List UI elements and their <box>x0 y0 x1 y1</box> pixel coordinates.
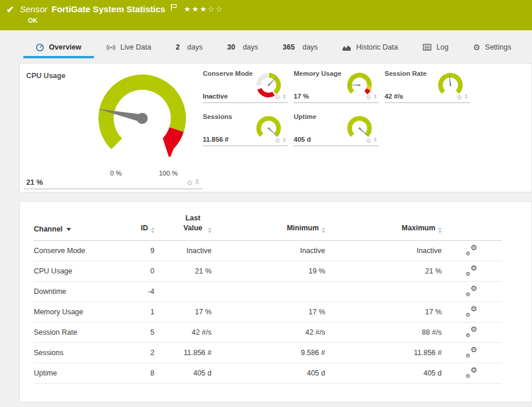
table-row[interactable]: Session Rate 5 42 #/s 42 #/s 88 #/s ⚙⚙ <box>34 322 502 342</box>
gauge-value: 405 d <box>294 136 311 143</box>
column-header-maximum[interactable]: Maximum <box>330 213 446 240</box>
pin-icon[interactable] <box>282 94 287 101</box>
column-header-channel[interactable]: Channel <box>34 213 127 240</box>
table-row[interactable]: Uptime 8 405 d 405 d 405 d ⚙⚙ <box>34 363 502 383</box>
priority-flag-icon[interactable] <box>170 3 177 11</box>
gauge-title: Sessions <box>203 113 232 120</box>
table-row[interactable]: CPU Usage 0 21 % 19 % 21 % ⚙⚙ <box>34 261 502 281</box>
gear-icon: ⚙ <box>466 332 470 338</box>
gear-icon[interactable]: ⚙ <box>456 94 462 101</box>
channel-id: 2 <box>127 342 159 363</box>
pin-icon[interactable] <box>195 179 200 187</box>
channel-name[interactable]: Memory Usage <box>34 301 127 322</box>
tab-365-days[interactable]: 365 days <box>270 36 330 58</box>
gear-icon: ⚙ <box>470 345 477 354</box>
channel-name[interactable]: Uptime <box>34 363 127 383</box>
pin-icon[interactable] <box>373 94 378 101</box>
channel-name[interactable]: Downtime <box>34 281 127 301</box>
gear-icon[interactable]: ⚙ <box>365 138 371 144</box>
column-header-minimum[interactable]: Minimum <box>216 213 330 240</box>
gear-icon[interactable]: ⚙ <box>186 180 193 187</box>
channel-id: -4 <box>127 281 159 301</box>
channel-maximum: 405 d <box>330 363 446 383</box>
gear-icon[interactable]: ⚙ <box>274 94 280 101</box>
channel-name[interactable]: Sessions <box>34 342 127 363</box>
channel-minimum: 405 d <box>216 363 330 383</box>
pin-icon[interactable] <box>373 138 378 144</box>
tab-label: Overview <box>49 43 82 51</box>
channel-maximum <box>330 281 446 301</box>
gauge-title: Memory Usage <box>294 70 341 77</box>
tab-label: Historic Data <box>356 43 398 51</box>
priority-stars[interactable]: ★★★☆☆ <box>184 5 224 13</box>
channel-maximum: 17 % <box>330 301 446 322</box>
pin-icon[interactable] <box>282 138 287 144</box>
gear-icon: ⚙ <box>466 251 470 257</box>
gear-icon: ⚙ <box>466 373 470 379</box>
table-row[interactable]: Sessions 2 11.856 # 9.586 # 11.856 # ⚙⚙ <box>34 342 502 363</box>
session-rate-tile: Session Rate 42 #/s ⚙ <box>385 67 470 103</box>
pin-icon[interactable] <box>464 94 468 101</box>
tab-label: Live Data <box>121 43 152 51</box>
channel-name[interactable]: Conserve Mode <box>34 240 127 261</box>
channel-minimum: 42 #/s <box>216 322 330 342</box>
tab-2-days[interactable]: 2 days <box>163 36 214 58</box>
cpu-usage-tile: CPU Usage 0 % 100 % 21 % ⚙ <box>24 67 202 190</box>
table-row[interactable]: Conserve Mode 9 Inactive Inactive Inacti… <box>34 240 502 261</box>
gauge-scale-min: 0 % <box>103 170 129 177</box>
sort-icon <box>208 227 212 233</box>
channel-name[interactable]: CPU Usage <box>34 261 127 281</box>
tab-30-days[interactable]: 30 days <box>215 36 270 58</box>
gauge-scale-max: 100 % <box>153 170 184 177</box>
column-header-last-value[interactable]: Last Value <box>159 213 216 240</box>
table-row[interactable]: Memory Usage 1 17 % 17 % 17 % ⚙⚙ <box>34 301 502 322</box>
gear-icon[interactable]: ⚙ <box>365 94 371 101</box>
sensor-header: ✔ Sensor FortiGate System Statistics ★★★… <box>0 0 532 30</box>
gauge-icon <box>36 43 44 52</box>
memory-usage-tile: Memory Usage 17 % ⚙ <box>294 67 379 103</box>
gear-icon: ⚙ <box>470 304 477 313</box>
channel-last-value: 21 % <box>159 261 216 281</box>
edit-channel-icon[interactable]: ⚙⚙ <box>466 306 477 315</box>
live-signal-icon <box>106 43 116 52</box>
column-header-id[interactable]: ID <box>127 213 159 240</box>
gear-icon: ⚙ <box>470 243 477 252</box>
tab-label: days <box>243 43 258 51</box>
tab-overview[interactable]: Overview <box>23 36 94 58</box>
channel-last-value: 17 % <box>159 301 216 322</box>
gear-icon[interactable]: ⚙ <box>274 138 280 144</box>
column-label: ID <box>141 224 149 232</box>
edit-channel-icon[interactable]: ⚙⚙ <box>466 327 477 336</box>
edit-channel-icon[interactable]: ⚙⚙ <box>466 245 477 254</box>
channel-minimum <box>216 281 330 301</box>
channel-minimum: 17 % <box>216 301 330 322</box>
tab-historic-data[interactable]: Historic Data <box>330 36 410 58</box>
gear-icon: ⚙ <box>473 43 481 51</box>
gauges-panel: CPU Usage 0 % 100 % 21 % ⚙ Conserve Mode… <box>19 63 532 192</box>
sensor-kind-label: Sensor <box>20 4 48 14</box>
channel-last-value: 11.856 # <box>159 342 216 363</box>
log-list-icon <box>422 43 432 51</box>
gear-icon: ⚙ <box>470 325 477 334</box>
gauge-value: 17 % <box>294 93 309 100</box>
sort-icon <box>438 227 442 233</box>
sort-icon <box>151 227 154 233</box>
gauge-value: 11.856 # <box>203 136 228 143</box>
channel-last-value: Inactive <box>159 240 216 261</box>
table-row[interactable]: Downtime -4 ⚙⚙ <box>34 281 502 301</box>
channel-maximum: Inactive <box>330 240 446 261</box>
gear-icon: ⚙ <box>470 264 477 272</box>
area-chart-icon <box>342 43 351 51</box>
tab-settings[interactable]: ⚙ Settings <box>461 36 524 58</box>
edit-channel-icon[interactable]: ⚙⚙ <box>466 265 477 275</box>
tab-log[interactable]: Log <box>410 36 461 58</box>
edit-channel-icon[interactable]: ⚙⚙ <box>466 367 477 377</box>
edit-channel-icon[interactable]: ⚙⚙ <box>466 347 477 356</box>
channel-minimum: Inactive <box>216 240 330 261</box>
cpu-usage-gauge <box>75 68 209 159</box>
channel-name[interactable]: Session Rate <box>34 322 127 342</box>
channels-table-panel: Channel ID Last Value Minimum Maximum <box>19 201 532 402</box>
edit-channel-icon[interactable]: ⚙⚙ <box>466 286 477 295</box>
tab-live-data[interactable]: Live Data <box>94 36 164 58</box>
channel-id: 1 <box>127 301 159 322</box>
